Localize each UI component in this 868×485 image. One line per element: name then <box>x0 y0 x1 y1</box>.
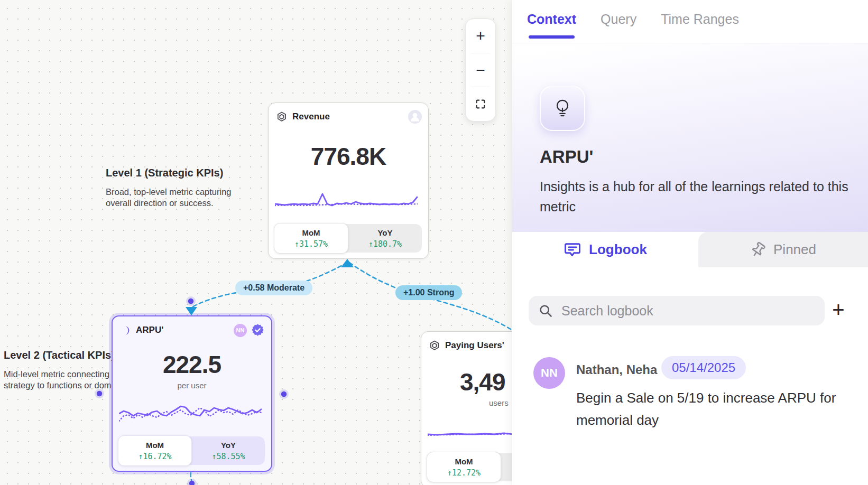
mom-toggle[interactable]: MoM ↑16.72% <box>118 435 192 466</box>
zoom-in-button[interactable]: + <box>466 19 495 53</box>
logbook-search-box[interactable] <box>529 296 825 325</box>
arrowhead-into-revenue <box>341 259 354 267</box>
period-toggle: MoM ↑16.72% YoY ↑58.55% <box>119 436 265 465</box>
metric-header: ARPU' Insights is a hub for all of the l… <box>512 43 868 232</box>
metric-card-arpu[interactable]: ARPU' NN 222.5 per user <box>112 315 272 472</box>
author-avatar: NN <box>533 357 565 389</box>
metric-title: ARPU' <box>540 147 593 167</box>
logbook-pinned-tabs: Logbook Pinned <box>512 232 868 267</box>
level-1-annotation: Level 1 (Strategic KPIs) Broad, top-leve… <box>106 167 243 209</box>
tab-query[interactable]: Query <box>601 12 636 39</box>
zoom-out-button[interactable]: − <box>466 53 495 87</box>
metric-value: 776.8K <box>269 142 428 171</box>
connection-handle-dot[interactable] <box>279 389 289 399</box>
subtab-logbook[interactable]: Logbook <box>512 232 698 267</box>
metric-unit: per user <box>113 381 271 390</box>
sparkline-chart <box>428 415 512 440</box>
search-input[interactable] <box>561 303 815 319</box>
connection-handle-dot[interactable] <box>186 296 196 306</box>
metric-canvas[interactable]: Level 1 (Strategic KPIs) Broad, top-leve… <box>0 0 512 485</box>
metric-unit: users <box>489 398 509 407</box>
card-title: ARPU' <box>136 325 229 335</box>
sparkline-solid <box>275 194 418 206</box>
entry-date-badge: 05/14/2025 <box>661 356 746 379</box>
metric-card-paying-users[interactable]: Paying Users' 3,49 users MoM ↑12.72% <box>421 331 512 485</box>
correlation-label-strong[interactable]: +1.00 Strong <box>395 285 462 300</box>
insights-tile <box>540 86 585 131</box>
period-toggle: MoM ↑31.57% YoY ↑180.7% <box>275 224 422 253</box>
canvas-zoom-toolbar: + − <box>465 18 496 122</box>
owner-avatar-icon <box>408 110 422 124</box>
logbook-entries: NN Nathan, Neha 05/14/2025 Begin a Sale … <box>512 325 868 485</box>
edge-arpu-downstream <box>191 473 192 482</box>
level-1-description: Broad, top-level metric capturing overal… <box>106 186 243 209</box>
metric-tree-app: Level 1 (Strategic KPIs) Broad, top-leve… <box>0 0 868 485</box>
card-title: Revenue <box>292 111 403 122</box>
yoy-toggle[interactable] <box>501 453 512 481</box>
card-title: Paying Users' <box>445 340 512 351</box>
search-icon <box>538 303 553 318</box>
sparkline-dotted <box>119 408 262 421</box>
tab-context[interactable]: Context <box>527 12 576 39</box>
entry-note: Begin a Sale on 5/19 to increase ARPU fo… <box>576 387 851 431</box>
hexagon-metric-icon <box>429 340 440 351</box>
period-toggle: MoM ↑12.72% <box>428 453 512 481</box>
mom-toggle[interactable]: MoM ↑31.57% <box>274 223 348 254</box>
fullscreen-icon <box>475 98 486 110</box>
connection-handle-dot[interactable] <box>187 479 197 485</box>
correlation-label-moderate[interactable]: +0.58 Moderate <box>235 281 312 295</box>
verified-check-badge-icon <box>251 323 265 338</box>
level-1-title: Level 1 (Strategic KPIs) <box>106 167 243 179</box>
logbook-search-row: + <box>512 267 868 325</box>
panel-tab-bar: Context Query Time Ranges <box>512 0 868 43</box>
sparkline-chart <box>119 400 262 424</box>
context-panel: Context Query Time Ranges ARPU' Insights… <box>512 0 868 485</box>
metric-value: 222.5 <box>113 350 271 379</box>
yoy-toggle[interactable]: YoY ↑180.7% <box>348 224 422 253</box>
crescent-moon-icon <box>120 325 131 336</box>
pushpin-icon <box>750 242 766 258</box>
sparkline-solid <box>428 421 512 435</box>
collaborator-badge: NN <box>234 324 247 337</box>
mom-toggle[interactable]: MoM ↑12.72% <box>427 452 501 482</box>
arrowhead-into-arpu <box>186 307 197 315</box>
sparkline-chart <box>275 186 418 211</box>
add-logbook-entry-button[interactable]: + <box>824 295 853 324</box>
logbook-chat-icon <box>564 241 581 259</box>
metric-description: Insights is a hub for all of the learnin… <box>540 176 857 217</box>
lightbulb-icon <box>550 96 575 120</box>
hexagon-metric-icon <box>276 111 288 123</box>
fit-view-button[interactable] <box>466 87 495 121</box>
subtab-pinned[interactable]: Pinned <box>698 232 868 267</box>
metric-value: 3,49 <box>460 368 505 396</box>
metric-card-revenue[interactable]: Revenue 776.8K MoM ↑31.57% YoY <box>268 102 429 259</box>
tab-time-ranges[interactable]: Time Ranges <box>661 12 739 39</box>
yoy-toggle[interactable]: YoY ↑58.55% <box>192 436 265 465</box>
entry-author: Nathan, Neha <box>576 362 657 377</box>
